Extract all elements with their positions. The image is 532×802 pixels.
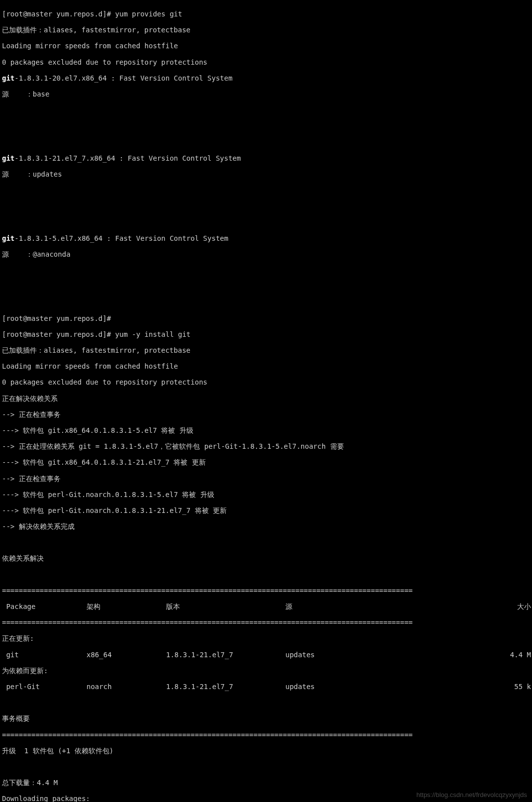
output-line: ---> 软件包 git.x86_64.0.1.8.3.1-5.el7 将被 升… — [2, 426, 531, 434]
output-line: git-1.8.3.1-20.el7.x86_64 : Fast Version… — [2, 74, 531, 82]
table-row: perl-Gitnoarch1.8.3.1-21.el7_7updates55 … — [2, 683, 531, 691]
output-line: --> 正在处理依赖关系 git = 1.8.3.1-5.el7，它被软件包 p… — [2, 442, 531, 450]
output-line: 0 packages excluded due to repository pr… — [2, 58, 531, 66]
prompt-line: [root@master yum.repos.d]# — [2, 314, 531, 322]
output-line: Loading mirror speeds from cached hostfi… — [2, 362, 531, 370]
output-line: 源 ：@anaconda — [2, 250, 531, 258]
divider: ========================================… — [2, 587, 531, 595]
output-line: 源 ：base — [2, 90, 531, 98]
table-header: Package架构版本源大小 — [2, 602, 531, 610]
output-line: ---> 软件包 git.x86_64.0.1.8.3.1-21.el7_7 将… — [2, 458, 531, 466]
output-line: 源 ：updates — [2, 170, 531, 178]
output-line: Loading mirror speeds from cached hostfi… — [2, 42, 531, 50]
divider: ========================================… — [2, 618, 531, 626]
output-line: 依赖关系解决 — [2, 554, 531, 562]
terminal-output[interactable]: [root@master yum.repos.d]# yum provides … — [0, 0, 532, 802]
output-line: --> 解决依赖关系完成 — [2, 522, 531, 530]
output-line: git-1.8.3.1-21.el7_7.x86_64 : Fast Versi… — [2, 154, 531, 162]
output-line: 为依赖而更新: — [2, 667, 531, 675]
output-line: 已加载插件：aliases, fastestmirror, protectbas… — [2, 346, 531, 354]
output-line: ---> 软件包 perl-Git.noarch.0.1.8.3.1-21.el… — [2, 506, 531, 514]
output-line: --> 正在检查事务 — [2, 410, 531, 418]
output-line: git-1.8.3.1-5.el7.x86_64 : Fast Version … — [2, 234, 531, 242]
output-line: --> 正在检查事务 — [2, 475, 531, 483]
divider: ========================================… — [2, 731, 531, 739]
output-line: 已加载插件：aliases, fastestmirror, protectbas… — [2, 26, 531, 34]
output-line: 升级 1 软件包 (+1 依赖软件包) — [2, 747, 531, 755]
output-line: ---> 软件包 perl-Git.noarch.0.1.8.3.1-5.el7… — [2, 491, 531, 499]
prompt-line: [root@master yum.repos.d]# yum -y instal… — [2, 330, 531, 338]
prompt-line: [root@master yum.repos.d]# yum provides … — [2, 10, 531, 18]
output-line: 正在更新: — [2, 634, 531, 642]
output-line: 事务概要 — [2, 714, 531, 722]
watermark-text: https://blog.csdn.net/frdevolcqzyxynjds — [416, 792, 527, 799]
output-line: 总下载量：4.4 M — [2, 779, 531, 787]
table-row: gitx86_641.8.3.1-21.el7_7updates4.4 M — [2, 651, 531, 659]
output-line: 正在解决依赖关系 — [2, 395, 531, 402]
output-line: 0 packages excluded due to repository pr… — [2, 378, 531, 386]
